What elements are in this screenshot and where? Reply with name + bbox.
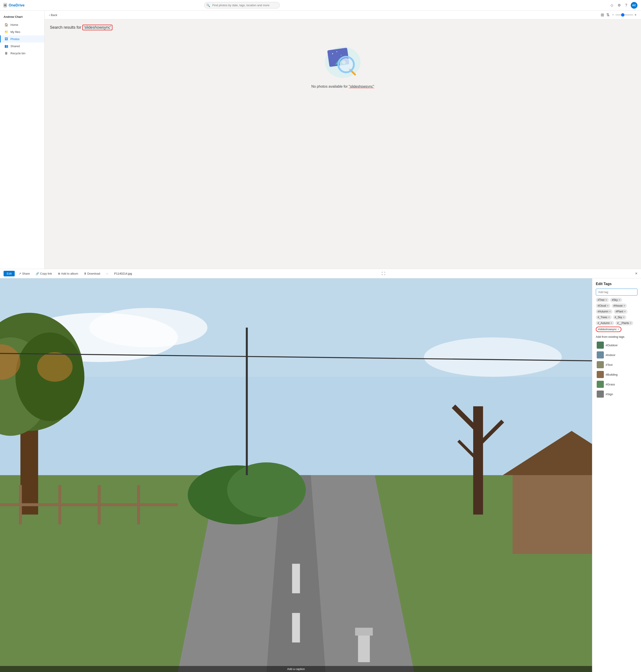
album-icon: ⊕ [58,272,60,275]
existing-tag-thumb [597,371,604,378]
existing-tag-thumb [597,351,604,358]
add-to-album-button[interactable]: ⊕ Add to album [56,271,80,276]
fullscreen-button[interactable]: ⛶ [382,272,385,276]
existing-tag-thumb [597,342,604,349]
tag-remove-button[interactable]: × [624,304,625,307]
sidebar-item-my-files-label: My files [11,30,20,33]
topbar: ⊞ OneDrive 🔍 ◇ ⚙ ? AC [0,0,641,11]
sidebar-item-recycle-bin-label: Recycle bin [11,52,25,55]
results-title-prefix: Search results for [50,25,82,30]
existing-tag-item[interactable]: #Sign [596,389,638,399]
add-tag-input[interactable] [596,289,638,296]
settings-icon[interactable]: ⚙ [617,2,622,8]
svg-point-40 [227,462,306,518]
tag-chip: #_Autumn× [596,321,614,325]
sidebar-item-recycle-bin[interactable]: 🗑 Recycle bin [0,50,44,57]
sidebar-item-my-files[interactable]: 📁 My files [0,28,44,36]
empty-state: ✦ ✦ ✦ N [50,40,636,90]
add-to-album-label: Add to album [61,272,78,275]
svg-rect-41 [358,633,370,662]
zoom-out-button[interactable]: − [612,13,614,17]
zoom-in-button[interactable]: + [635,13,637,17]
svg-rect-20 [292,613,300,643]
copy-link-button[interactable]: 🔗 Copy link [34,271,54,276]
home-icon: 🏠 [4,23,8,27]
existing-tag-name: #Indoor [605,353,615,357]
link-icon: 🔗 [36,272,39,275]
help-icon[interactable]: ? [624,2,628,8]
tag-remove-button[interactable]: × [607,304,609,307]
empty-state-text: No photos available for "slideshowsync" [311,85,374,88]
empty-message-query: "slideshowsync" [349,85,374,88]
svg-point-9 [340,58,353,71]
existing-tag-name: #Building [605,373,618,376]
existing-tag-item[interactable]: #Text [596,360,638,370]
close-button[interactable]: × [635,271,638,276]
sort-button[interactable]: ⇅ [606,12,610,17]
share-label: Share [22,272,30,275]
svg-point-14 [89,308,207,347]
existing-tag-item[interactable]: #Indoor [596,350,638,360]
svg-point-26 [37,352,72,382]
existing-tag-name: #Grass [605,383,615,386]
photo-caption[interactable]: Add a caption [0,666,592,672]
existing-tag-name: #Sign [605,393,613,396]
back-arrow-icon: ‹ [49,13,50,17]
existing-tag-thumb [597,381,604,388]
tag-remove-button[interactable]: × [605,298,607,302]
tag-chip: #slideshowsync× [596,327,622,332]
sidebar-item-photos-label: Photos [11,37,19,41]
tag-chip: #_Sky× [613,315,626,319]
search-input[interactable] [204,2,280,9]
existing-tag-item[interactable]: #Outdoor [596,340,638,350]
tag-remove-button[interactable]: × [611,321,612,325]
diamond-icon[interactable]: ◇ [610,2,614,8]
search-icon: 🔍 [206,3,210,7]
tag-remove-button[interactable]: × [609,310,611,313]
sidebar-item-photos[interactable]: 🖼 Photos [0,36,44,42]
existing-tags-list: #Outdoor #Indoor #Text #Building #Grass … [596,340,638,399]
sidebar-item-home[interactable]: 🏠 Home [0,21,44,28]
sidebar-user-name: Andrew Chart [0,13,44,21]
svg-text:✦: ✦ [341,55,342,56]
topbar-actions: ◇ ⚙ ? AC [610,2,638,9]
svg-text:✦: ✦ [336,51,338,53]
photo-main: Add a caption Edit Tags #Tree×#Sky×#Clou… [0,278,641,672]
existing-tag-name: #Outdoor [605,344,618,347]
download-label: Download [87,272,100,275]
tags-grid: #Tree×#Sky×#Cloud×#House×#Autumn×#Plant×… [596,298,638,332]
sidebar-item-home-label: Home [11,23,18,27]
grid-view-button[interactable]: ⊞ [601,12,604,17]
tag-remove-button[interactable]: × [619,298,620,302]
zoom-controls: − + [612,13,637,17]
zoom-slider[interactable] [615,14,633,15]
tag-chip: #Tree× [596,298,609,302]
content-toolbar: ‹ Back ⊞ ⇅ − + [44,11,641,19]
edit-button[interactable]: Edit [3,271,15,276]
more-icon: ··· [106,272,108,275]
grid-menu-icon[interactable]: ⊞ [3,3,7,7]
svg-text:✦: ✦ [332,53,333,55]
back-button[interactable]: ‹ Back [49,13,57,17]
recycle-bin-icon: 🗑 [4,51,8,55]
tag-chip: #Sky× [610,298,622,302]
folder-icon: 📁 [4,30,8,33]
existing-tag-item[interactable]: #Grass [596,380,638,389]
tag-remove-button[interactable]: × [608,316,610,319]
results-title: Search results for 'slideshowsync' [50,25,112,30]
sidebar-item-shared[interactable]: 👥 Shared [0,42,44,50]
empty-message-prefix: No photos available for [311,85,349,88]
tag-remove-button[interactable]: × [624,310,626,313]
more-options-button[interactable]: ··· [104,271,110,276]
tag-chip: #Cloud× [596,303,610,308]
tag-remove-button[interactable]: × [623,316,625,319]
tag-remove-button[interactable]: × [630,321,631,325]
download-button[interactable]: ⬇ Download [82,271,102,276]
toolbar-right: ⊞ ⇅ − + [601,12,637,17]
avatar[interactable]: AC [631,2,638,9]
tag-chip: #__Plants× [615,321,633,325]
share-button[interactable]: ↗ Share [17,271,31,276]
existing-tag-item[interactable]: #Building [596,370,638,380]
svg-point-15 [424,337,562,377]
tag-remove-button[interactable]: × [618,328,619,331]
